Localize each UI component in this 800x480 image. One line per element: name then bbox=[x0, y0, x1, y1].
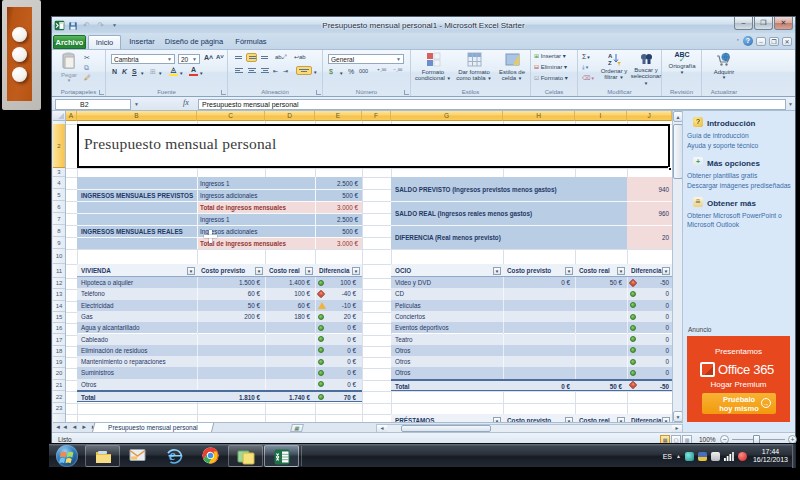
close-button[interactable]: ✕ bbox=[774, 17, 793, 30]
italic-button[interactable]: K bbox=[122, 67, 127, 76]
ocio-row-2[interactable]: Películas0 bbox=[391, 300, 672, 311]
vivienda-row-4[interactable]: Agua y alcantarillado0 € bbox=[77, 322, 362, 333]
clock[interactable]: 17:44 16/12/2013 bbox=[751, 448, 788, 464]
vivienda-row-7[interactable]: Mantenimiento o reparaciones0 € bbox=[77, 356, 362, 367]
minimize-button[interactable]: – bbox=[734, 17, 753, 30]
ocio-row-3[interactable]: Conciertos0 bbox=[391, 311, 672, 322]
clipboard-dialog-launcher[interactable] bbox=[99, 90, 104, 95]
taskbar-chrome-icon[interactable] bbox=[202, 447, 219, 464]
vivienda-filter-1[interactable]: ▼ bbox=[255, 267, 263, 275]
tray-icon-1[interactable] bbox=[685, 452, 694, 461]
column-header-H[interactable]: H bbox=[503, 111, 575, 121]
increase-indent-icon[interactable]: ⇥ bbox=[283, 67, 288, 76]
link-powerpoint-line1[interactable]: Obtener Microsoft PowerPoint o bbox=[687, 212, 782, 219]
vivienda-row-0[interactable]: Hipoteca o alquiler1.500 €1.400 €100 € bbox=[77, 277, 362, 288]
decrease-indent-icon[interactable]: ⇤ bbox=[273, 67, 278, 76]
row-header-13[interactable]: 13 bbox=[53, 289, 65, 300]
column-header-J[interactable]: J bbox=[627, 111, 672, 121]
vivienda-row-1[interactable]: Teléfono60 €100 €-40 € bbox=[77, 288, 362, 299]
vivienda-filter-2[interactable]: ▼ bbox=[305, 267, 313, 275]
percent-icon[interactable]: % bbox=[348, 67, 354, 76]
align-middle-button[interactable] bbox=[246, 53, 257, 62]
workbook-minimize-icon[interactable]: – bbox=[756, 37, 766, 46]
ocio-row-7[interactable]: Otros0 bbox=[391, 356, 672, 367]
underline-button[interactable]: S bbox=[132, 67, 137, 76]
tab-insertar[interactable]: Insertar bbox=[124, 35, 160, 49]
tray-icon-3[interactable] bbox=[711, 452, 720, 461]
ocio-row-8[interactable]: Otros0 bbox=[391, 367, 672, 378]
font-size-select[interactable]: 20▼ bbox=[178, 54, 200, 64]
tab-inicio[interactable]: Inicio bbox=[88, 35, 121, 49]
format-painter-icon[interactable]: 🖉 bbox=[84, 73, 91, 82]
merge-center-button[interactable] bbox=[296, 66, 312, 75]
wrap-text-icon[interactable]: ↩ab bbox=[294, 53, 306, 62]
column-header-D[interactable]: D bbox=[265, 111, 315, 121]
language-indicator[interactable]: ES bbox=[663, 453, 672, 460]
merge-dropdown-icon[interactable]: ▼ bbox=[313, 68, 317, 77]
workbook-restore-icon[interactable]: ❐ bbox=[769, 37, 779, 46]
ocio-filter-1[interactable]: ▼ bbox=[565, 267, 573, 275]
vivienda-row-6[interactable]: Eliminación de residuos0 € bbox=[77, 345, 362, 356]
link-ayuda-soporte[interactable]: Ayuda y soporte técnico bbox=[687, 142, 758, 149]
row-header-17[interactable]: 17 bbox=[53, 335, 65, 346]
taskbar-excel-button[interactable] bbox=[264, 445, 299, 467]
vivienda-filter-0[interactable]: ▼ bbox=[187, 267, 195, 275]
workbook-close-icon[interactable]: ✕ bbox=[782, 37, 792, 46]
row-header-4[interactable]: 4 bbox=[53, 177, 65, 189]
taskbar-mail-icon[interactable] bbox=[129, 448, 146, 462]
cells-area[interactable]: Presupuesto mensual personalINGRESOS MEN… bbox=[66, 121, 683, 422]
row-header-3[interactable]: 3 bbox=[53, 168, 65, 177]
office365-ad[interactable]: Presentamos Office 365 Hogar Premium Pru… bbox=[687, 336, 790, 422]
ocio-row-5[interactable]: Teatro0 bbox=[391, 334, 672, 345]
name-box-dropdown-icon[interactable]: ▼ bbox=[134, 101, 139, 107]
taskbar-ie-icon[interactable]: e bbox=[166, 447, 183, 464]
horizontal-scroll-thumb[interactable] bbox=[401, 425, 491, 432]
row-header-20[interactable]: 20 bbox=[53, 368, 65, 379]
row-header-10[interactable]: 10 bbox=[53, 249, 65, 264]
increase-decimal-icon[interactable]: ⁺·⁰⁰ bbox=[377, 67, 386, 76]
format-cells-button[interactable]: ⊡ Formato ▾ bbox=[534, 74, 576, 83]
name-box[interactable]: B2 bbox=[55, 99, 131, 110]
align-top-button[interactable] bbox=[233, 53, 244, 62]
ocio-filter-2[interactable]: ▼ bbox=[617, 267, 625, 275]
alignment-dialog-launcher[interactable] bbox=[316, 90, 321, 95]
find-select-button[interactable]: Buscar y seleccionar ▼ bbox=[630, 52, 662, 87]
scroll-left-icon[interactable]: ◄ bbox=[377, 425, 387, 432]
row-header-8[interactable]: 8 bbox=[53, 225, 65, 237]
row-header-9[interactable]: 9 bbox=[53, 237, 65, 249]
cut-icon[interactable]: ✂ bbox=[84, 53, 90, 62]
fx-icon[interactable]: fx bbox=[183, 98, 189, 107]
insert-sheet-button[interactable]: ▦ bbox=[290, 424, 304, 432]
underline-dropdown-icon[interactable]: ▼ bbox=[140, 69, 144, 78]
thousands-icon[interactable]: 000 bbox=[359, 67, 368, 76]
row-header-15[interactable]: 15 bbox=[53, 312, 65, 323]
taskbar-explorer-button[interactable] bbox=[85, 445, 120, 467]
start-button[interactable] bbox=[56, 445, 78, 467]
row-header-21[interactable]: 21 bbox=[53, 380, 65, 391]
fill-dropdown-icon[interactable]: ▼ bbox=[179, 69, 183, 78]
scroll-right-icon[interactable]: ► bbox=[672, 425, 682, 432]
orientation-icon[interactable]: ab⤢ bbox=[275, 53, 286, 62]
select-all-corner[interactable] bbox=[53, 111, 66, 121]
row-header-2[interactable]: 2 bbox=[53, 124, 65, 168]
borders-icon[interactable]: ⊞ bbox=[150, 67, 156, 76]
autosum-icon[interactable]: Σ▼ bbox=[582, 52, 591, 62]
currency-dropdown-icon[interactable]: ▼ bbox=[339, 69, 343, 78]
vivienda-row-5[interactable]: Cableado0 € bbox=[77, 334, 362, 345]
decrease-decimal-icon[interactable]: ⁻·⁰⁰ bbox=[393, 67, 402, 76]
align-left-button[interactable] bbox=[233, 66, 244, 75]
help-icon[interactable]: ? bbox=[743, 36, 753, 46]
link-imagenes[interactable]: Descargar imágenes prediseñadas bbox=[687, 182, 791, 189]
row-header-18[interactable]: 18 bbox=[53, 346, 65, 357]
fill-icon[interactable]: ⤓▼ bbox=[582, 63, 589, 72]
row-header-22[interactable]: 22 bbox=[53, 391, 65, 403]
cell-styles-button[interactable]: Estilos de celda ▼ bbox=[495, 52, 529, 83]
ocio-row-0[interactable]: Video y DVD0 €50 €-50 bbox=[391, 277, 672, 288]
column-header-B[interactable]: B bbox=[77, 111, 197, 121]
tab-archivo[interactable]: Archivo bbox=[53, 35, 86, 49]
row-header-14[interactable]: 14 bbox=[53, 301, 65, 312]
column-header-C[interactable]: C bbox=[197, 111, 265, 121]
purchase-button[interactable]: Adquirir ▼ bbox=[704, 52, 744, 82]
insert-cells-button[interactable]: ⊞ Insertar ▾ bbox=[534, 52, 576, 61]
ocio-table[interactable]: OCIOCosto previstoCosto realDiferencia▼▼… bbox=[391, 264, 672, 391]
